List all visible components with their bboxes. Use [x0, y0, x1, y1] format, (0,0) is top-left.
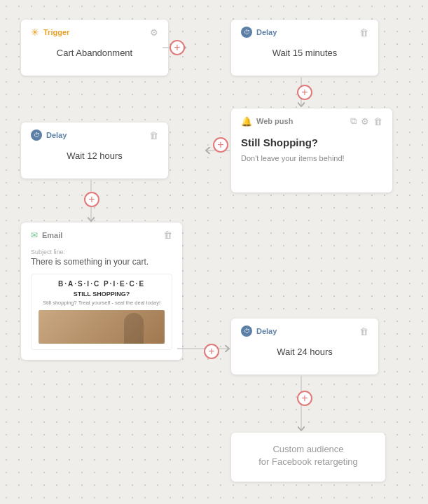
delay3-body: Wait 24 hours	[241, 342, 368, 358]
trigger-header: ✳ Trigger ⚙	[31, 27, 158, 38]
email-preview: B·A·S·I·C P·I·E·C·E STILL SHOPPING? Stil…	[31, 274, 172, 350]
email-preview-title: STILL SHOPPING?	[39, 290, 165, 298]
email-preview-figure	[124, 313, 144, 344]
trigger-icon: ✳	[31, 27, 39, 38]
email-icon: ✉	[31, 230, 38, 240]
webpush-node: 🔔 Web push ⧉ ⚙ 🗑 Still Shopping? Don't l…	[231, 108, 392, 192]
webpush-heading: Still Shopping?	[241, 132, 382, 151]
add-icon: +	[174, 41, 180, 54]
trigger-title: Trigger	[43, 28, 69, 36]
delay3-title: Delay	[256, 327, 277, 335]
delay1-icon: ⏱	[241, 27, 252, 38]
webpush-title: Web push	[256, 117, 293, 125]
add-icon-6: +	[301, 392, 308, 405]
trigger-settings-icon[interactable]: ⚙	[150, 27, 158, 38]
webpush-settings-icon[interactable]: ⚙	[361, 116, 369, 127]
connector-delay1-webpush[interactable]: +	[297, 85, 312, 100]
delay1-title: Delay	[256, 28, 277, 36]
connector-delay2-email[interactable]: +	[84, 192, 99, 207]
webpush-subtext: Don't leave your items behind!	[241, 154, 382, 162]
connector-delay3-custom[interactable]: +	[297, 391, 312, 406]
custom-audience-node: Custom audience for Facebook retargeting	[231, 433, 385, 482]
connector-webpush-delay2[interactable]: +	[213, 137, 228, 153]
delay2-delete-icon[interactable]: 🗑	[149, 130, 158, 141]
delay2-node: ⏱ Delay 🗑 Wait 12 hours	[21, 122, 168, 178]
webpush-copy-icon[interactable]: ⧉	[350, 115, 357, 127]
custom-audience-line1: Custom audience	[258, 443, 358, 456]
delay1-delete-icon[interactable]: 🗑	[359, 27, 368, 38]
trigger-body: Cart Abandonment	[31, 43, 158, 59]
webpush-delete-icon[interactable]: 🗑	[373, 116, 382, 127]
delay2-body: Wait 12 hours	[31, 146, 158, 162]
add-icon-3: +	[217, 139, 223, 151]
delay3-header: ⏱ Delay 🗑	[241, 326, 368, 337]
delay3-node: ⏱ Delay 🗑 Wait 24 hours	[231, 318, 378, 374]
add-icon-5: +	[208, 345, 214, 358]
add-icon-4: +	[88, 193, 95, 206]
delay2-title: Delay	[46, 131, 67, 139]
webpush-header: 🔔 Web push ⧉ ⚙ 🗑	[241, 115, 382, 127]
email-delete-icon[interactable]: 🗑	[163, 230, 172, 240]
trigger-node: ✳ Trigger ⚙ Cart Abandonment	[21, 20, 168, 76]
delay1-header: ⏱ Delay 🗑	[241, 27, 368, 38]
email-brand: B·A·S·I·C P·I·E·C·E	[39, 280, 165, 288]
subject-label: Subject line:	[31, 248, 172, 255]
custom-audience-line2: for Facebook retargeting	[258, 456, 358, 468]
delay3-delete-icon[interactable]: 🗑	[359, 326, 368, 337]
connector-email-delay3[interactable]: +	[204, 344, 219, 359]
delay1-body: Wait 15 minutes	[241, 43, 368, 59]
delay3-icon: ⏱	[241, 326, 252, 337]
email-subject: There is something in your cart.	[31, 257, 172, 267]
connector-trigger-delay1[interactable]: +	[170, 40, 185, 55]
email-title: Email	[42, 231, 62, 239]
delay2-icon: ⏱	[31, 130, 42, 141]
email-node: ✉ Email 🗑 Subject line: There is somethi…	[21, 223, 182, 360]
add-icon-2: +	[301, 86, 308, 99]
delay2-header: ⏱ Delay 🗑	[31, 130, 158, 141]
email-header: ✉ Email 🗑	[31, 230, 172, 240]
webpush-icon: 🔔	[241, 116, 252, 127]
email-preview-image	[39, 310, 165, 344]
email-preview-sub: Still shopping? Treat yourself - seal th…	[39, 300, 165, 306]
delay1-node: ⏱ Delay 🗑 Wait 15 minutes	[231, 20, 378, 76]
